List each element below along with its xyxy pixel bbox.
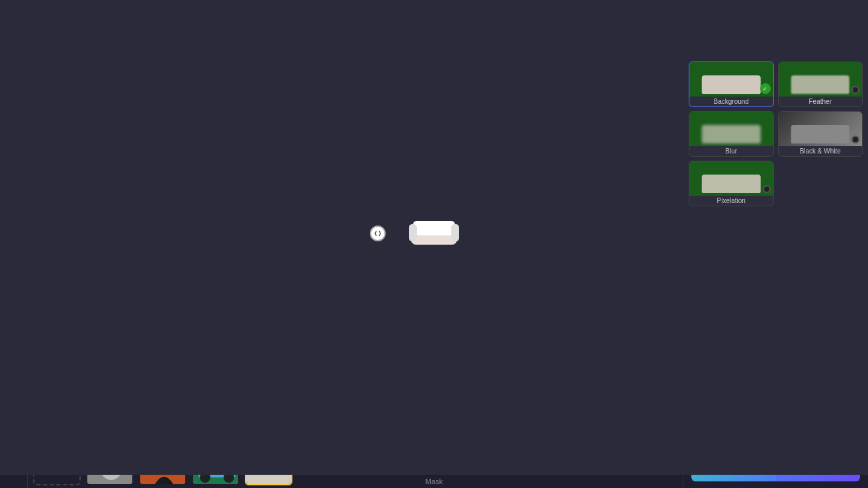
blur-sofa [702, 125, 761, 143]
effect-pixelation-name: Pixelation [689, 196, 773, 206]
effect-blur-name: Blur [689, 146, 773, 156]
effect-blur-thumb [689, 112, 773, 146]
feather-sofa [791, 75, 849, 94]
preview-area: RGBA [683, 21, 868, 42]
right-panel: RGBA [683, 21, 868, 488]
preview-secondary: Mask [802, 21, 868, 41]
app-body: ⊕ ↩ ↪ ⊙ [0, 21, 868, 488]
effect-pixelation[interactable]: Pixelation [689, 161, 774, 206]
effect-feather[interactable]: Feather [778, 61, 863, 107]
effect-background-thumb: ✓ [689, 62, 773, 97]
pixelation-sofa [702, 175, 761, 193]
effect-background-name: Background [689, 97, 773, 106]
split-handle[interactable] [370, 225, 386, 241]
effect-bw[interactable]: Black & White [778, 111, 863, 157]
effect-feather-thumb [779, 62, 863, 97]
effect-feather-name: Feather [779, 97, 863, 106]
bw-dot [851, 136, 859, 143]
feather-dot [851, 86, 859, 94]
effect-background[interactable]: ✓ Background [689, 61, 774, 107]
bw-sofa [791, 125, 849, 143]
split-handle-icon [374, 229, 382, 237]
effect-bw-thumb [779, 112, 863, 146]
effect-blur[interactable]: Blur [689, 111, 774, 157]
background-check: ✓ [760, 83, 771, 94]
pixelation-dot [763, 185, 771, 193]
effect-pixelation-thumb [689, 161, 773, 196]
effect-bw-name: Black & White [779, 146, 863, 156]
background-sofa [702, 75, 761, 94]
